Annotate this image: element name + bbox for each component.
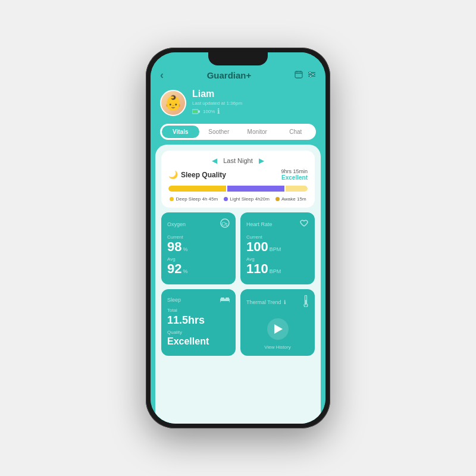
svg-rect-22 bbox=[305, 300, 306, 305]
screen-content: ‹ Guardian+ bbox=[151, 52, 325, 424]
svg-text:O₂: O₂ bbox=[221, 221, 228, 227]
oxygen-title: Oxygen bbox=[167, 221, 186, 227]
oxygen-card: Oxygen O₂ Current 98 % bbox=[161, 212, 236, 284]
svg-rect-17 bbox=[226, 298, 229, 300]
oxygen-current-value: 98 bbox=[167, 240, 181, 253]
moon-icon: 🌙 bbox=[168, 170, 178, 179]
avatar-image: 👶 bbox=[164, 95, 182, 111]
legend-deep-sleep: Deep Sleep 4h 45m bbox=[170, 196, 218, 202]
settings-icon[interactable] bbox=[308, 70, 316, 80]
back-button[interactable]: ‹ bbox=[160, 69, 164, 82]
thermometer-icon bbox=[303, 295, 309, 309]
oxygen-avg-value: 92 bbox=[167, 262, 181, 275]
svg-point-7 bbox=[309, 72, 311, 74]
heart-current-unit: BPM bbox=[270, 246, 281, 252]
sleep-nav: ◀ Last Night ▶ bbox=[168, 156, 308, 165]
prev-arrow[interactable]: ◀ bbox=[212, 156, 217, 165]
tab-chat[interactable]: Chat bbox=[277, 126, 315, 138]
svg-point-9 bbox=[309, 76, 311, 77]
heart-avg-row: 110 BPM bbox=[246, 262, 309, 275]
thermal-header: Thermal Trend ℹ bbox=[246, 295, 309, 309]
thermal-card: Thermal Trend ℹ bbox=[240, 289, 315, 356]
tab-soother[interactable]: Soother bbox=[201, 126, 238, 138]
heart-rate-card: Heart Rate Current 100 BPM bbox=[240, 212, 315, 284]
bar-deep-sleep bbox=[168, 186, 226, 192]
main-content: ◀ Last Night ▶ 🌙 Sleep Quality 9hrs 15mi… bbox=[155, 145, 321, 424]
oxygen-avg-unit: % bbox=[183, 268, 187, 274]
oxygen-header: Oxygen O₂ bbox=[167, 218, 230, 230]
sleep-quality-right: 9hrs 15min Excellent bbox=[281, 168, 308, 181]
legend-deep-label: Deep Sleep 4h 45m bbox=[176, 196, 218, 202]
calendar-icon[interactable] bbox=[295, 70, 303, 80]
heart-rate-icon bbox=[299, 218, 309, 230]
last-updated: Last updated at 1:36pm bbox=[192, 101, 242, 106]
sleep-total-label: Total bbox=[167, 308, 230, 313]
status-icons: 100% ℹ bbox=[192, 106, 316, 117]
profile-section: 👶 Liam Last updated at 1:36pm bbox=[151, 86, 325, 121]
notch bbox=[208, 52, 268, 65]
sleep-quality-left: 🌙 Sleep Quality bbox=[168, 170, 226, 179]
vitals-grid: Oxygen O₂ Current 98 % bbox=[161, 212, 315, 284]
heart-rate-title: Heart Rate bbox=[246, 221, 273, 227]
heart-rate-header: Heart Rate bbox=[246, 218, 309, 230]
next-arrow[interactable]: ▶ bbox=[259, 156, 264, 165]
svg-rect-11 bbox=[198, 111, 200, 113]
sleep-nav-label: Last Night bbox=[223, 157, 253, 164]
profile-meta: Last updated at 1:36pm bbox=[192, 101, 316, 106]
oxygen-avg-row: 92 % bbox=[167, 262, 230, 275]
avatar: 👶 bbox=[160, 90, 186, 116]
header-icons bbox=[295, 70, 316, 80]
bottom-grid: Sleep Total bbox=[161, 289, 315, 356]
status-dot bbox=[192, 106, 201, 117]
legend-light-sleep: Light Sleep 4h20m bbox=[224, 196, 270, 202]
sleep-card-bottom: Sleep Total bbox=[161, 289, 236, 356]
heart-current-value: 100 bbox=[246, 240, 268, 253]
phone-shell: ‹ Guardian+ bbox=[146, 48, 330, 428]
legend-light-label: Light Sleep 4h20m bbox=[230, 196, 270, 202]
bar-light-sleep bbox=[227, 186, 285, 192]
app-title: Guardian+ bbox=[207, 70, 252, 80]
sleep-bottom-title: Sleep bbox=[167, 297, 181, 303]
sleep-quality-card: ◀ Last Night ▶ 🌙 Sleep Quality 9hrs 15mi… bbox=[161, 151, 315, 208]
sleep-quality-row: 🌙 Sleep Quality 9hrs 15min Excellent bbox=[168, 168, 308, 181]
tabs-bar: Vitals Soother Monitor Chat bbox=[160, 124, 316, 140]
legend-deep-dot bbox=[170, 197, 174, 201]
tab-monitor[interactable]: Monitor bbox=[239, 126, 276, 138]
legend-awake-label: Awake 15m bbox=[281, 196, 306, 202]
thermal-header-row: Thermal Trend ℹ bbox=[246, 299, 286, 305]
thermal-title: Thermal Trend bbox=[246, 299, 281, 305]
tab-vitals[interactable]: Vitals bbox=[162, 126, 199, 138]
play-triangle-icon bbox=[274, 324, 283, 334]
battery-percent: 100% bbox=[203, 109, 215, 114]
thermal-content: View History bbox=[246, 312, 309, 350]
sleep-bottom-header: Sleep bbox=[167, 295, 230, 304]
view-history-link[interactable]: View History bbox=[264, 345, 290, 350]
svg-rect-16 bbox=[221, 298, 224, 300]
sleep-bed-icon bbox=[220, 295, 230, 304]
svg-rect-0 bbox=[295, 71, 302, 78]
legend-light-dot bbox=[224, 197, 228, 201]
sleep-quality-value: Excellent bbox=[167, 336, 230, 347]
profile-info: Liam Last updated at 1:36pm 100% bbox=[192, 89, 316, 117]
heart-avg-unit: BPM bbox=[270, 268, 281, 274]
svg-point-8 bbox=[312, 74, 314, 76]
heart-current-row: 100 BPM bbox=[246, 240, 309, 253]
sleep-rating: Excellent bbox=[281, 174, 308, 181]
legend-awake-dot bbox=[275, 197, 280, 201]
sleep-quality-label: Sleep Quality bbox=[181, 171, 226, 179]
profile-name: Liam bbox=[192, 89, 316, 99]
sleep-quality-label-bottom: Quality bbox=[167, 330, 230, 335]
oxygen-current-row: 98 % bbox=[167, 240, 230, 253]
sleep-duration: 9hrs 15min bbox=[281, 168, 308, 174]
oxygen-icon: O₂ bbox=[220, 218, 230, 230]
legend-awake: Awake 15m bbox=[275, 196, 306, 202]
heart-avg-value: 110 bbox=[246, 262, 268, 275]
sleep-bar bbox=[168, 186, 308, 192]
sleep-legend: Deep Sleep 4h 45m Light Sleep 4h20m Awak… bbox=[168, 196, 308, 202]
thermal-info-icon[interactable]: ℹ bbox=[284, 299, 286, 305]
phone-screen: ‹ Guardian+ bbox=[151, 52, 325, 424]
svg-rect-12 bbox=[193, 110, 197, 113]
play-button[interactable] bbox=[267, 318, 289, 340]
oxygen-current-unit: % bbox=[183, 246, 187, 252]
info-icon[interactable]: ℹ bbox=[217, 107, 220, 115]
